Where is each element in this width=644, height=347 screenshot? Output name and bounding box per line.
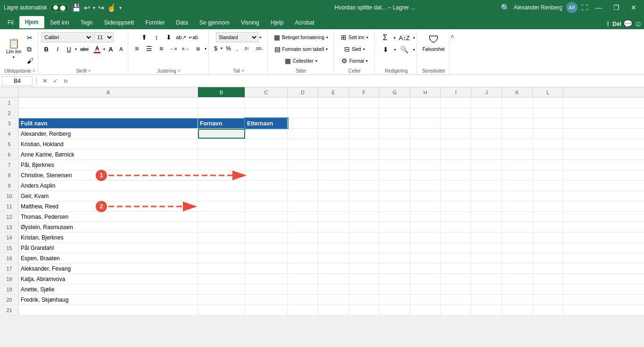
- cell-f20[interactable]: [349, 295, 380, 305]
- cell-d14[interactable]: [288, 232, 318, 242]
- cell-b20[interactable]: [198, 295, 245, 305]
- cell-i20[interactable]: [441, 295, 471, 305]
- cell-j17[interactable]: [471, 264, 502, 273]
- row-num-1[interactable]: 1: [0, 98, 19, 107]
- row-num-3[interactable]: 3: [0, 118, 19, 128]
- cell-c18[interactable]: [245, 274, 288, 284]
- cell-d8[interactable]: [288, 170, 318, 180]
- cell-f17[interactable]: [349, 264, 380, 273]
- font-color-dropdown[interactable]: ▾: [103, 47, 105, 51]
- cell-a13[interactable]: Øystein, Rasmussen: [19, 222, 198, 232]
- autosave-toggle[interactable]: ⬤: [50, 4, 69, 12]
- tab-hjem[interactable]: Hjem: [19, 16, 44, 29]
- cell-e21[interactable]: [318, 305, 349, 315]
- cell-l19[interactable]: [533, 284, 563, 294]
- col-header-c[interactable]: C: [245, 87, 288, 97]
- cell-l11[interactable]: [533, 201, 563, 211]
- format-as-table-button[interactable]: ▤ Formater som tabell ▾: [271, 44, 331, 54]
- formula-input[interactable]: [73, 76, 642, 86]
- cell-c9[interactable]: [245, 181, 288, 190]
- cell-b19[interactable]: [198, 284, 245, 294]
- cell-b4[interactable]: [198, 129, 245, 139]
- fullscreen-icon[interactable]: ⛶: [581, 4, 588, 11]
- cell-j8[interactable]: [471, 170, 502, 180]
- cell-i8[interactable]: [441, 170, 471, 180]
- row-num-21[interactable]: 21: [0, 305, 19, 315]
- cell-e14[interactable]: [318, 232, 349, 242]
- cell-i11[interactable]: [441, 201, 471, 211]
- fill-dropdown[interactable]: ▾: [394, 44, 396, 55]
- cell-b1[interactable]: [198, 98, 245, 107]
- cell-l21[interactable]: [533, 305, 563, 315]
- cell-b6[interactable]: [198, 149, 245, 159]
- cell-c4[interactable]: [245, 129, 288, 139]
- cell-f18[interactable]: [349, 274, 380, 284]
- cell-a1[interactable]: [19, 98, 198, 107]
- search-icon[interactable]: 🔍: [501, 3, 510, 12]
- cell-j19[interactable]: [471, 284, 502, 294]
- italic-button[interactable]: I: [52, 44, 63, 54]
- cell-k1[interactable]: [502, 98, 533, 107]
- cell-b13[interactable]: [198, 222, 245, 232]
- cell-d12[interactable]: [288, 212, 318, 222]
- tab-fil[interactable]: Fil: [2, 16, 19, 29]
- cell-d6[interactable]: [288, 149, 318, 159]
- tab-se-gjennom[interactable]: Se gjennom: [194, 16, 235, 29]
- align-middle-button[interactable]: ↕: [151, 32, 162, 42]
- table-dropdown[interactable]: ▾: [326, 47, 328, 51]
- cell-h19[interactable]: [410, 284, 441, 294]
- col-header-l[interactable]: L: [533, 87, 563, 97]
- delete-dropdown[interactable]: ▾: [363, 47, 365, 51]
- cell-a12[interactable]: Thomas, Pedersen: [19, 212, 198, 222]
- cell-k13[interactable]: [502, 222, 533, 232]
- cell-d16[interactable]: [288, 253, 318, 263]
- formula-fn-button[interactable]: fx: [61, 76, 71, 86]
- align-expand-icon[interactable]: ↗: [177, 69, 181, 73]
- cell-l15[interactable]: [533, 243, 563, 253]
- cell-f5[interactable]: [349, 139, 380, 149]
- cell-j2[interactable]: [471, 108, 502, 118]
- cell-d13[interactable]: [288, 222, 318, 232]
- cell-a9[interactable]: Anders Asplin: [19, 181, 198, 190]
- cell-l14[interactable]: [533, 232, 563, 242]
- cell-b9[interactable]: [198, 181, 245, 190]
- sort-dropdown[interactable]: ▾: [413, 32, 415, 43]
- format-painter-button[interactable]: 🖌: [25, 56, 36, 66]
- row-num-14[interactable]: 14: [0, 232, 19, 242]
- cell-i3[interactable]: [441, 118, 471, 128]
- cell-k12[interactable]: [502, 212, 533, 222]
- row-num-5[interactable]: 5: [0, 139, 19, 149]
- cell-d11[interactable]: [288, 201, 318, 211]
- cell-e5[interactable]: [318, 139, 349, 149]
- cell-h20[interactable]: [410, 295, 441, 305]
- dec-dec-button[interactable]: .00↓: [253, 45, 265, 52]
- cell-j7[interactable]: [471, 160, 502, 170]
- row-num-6[interactable]: 6: [0, 149, 19, 159]
- cell-e6[interactable]: [318, 149, 349, 159]
- cell-k7[interactable]: [502, 160, 533, 170]
- cell-g6[interactable]: [380, 149, 410, 159]
- paste-dropdown[interactable]: ▾: [13, 55, 15, 59]
- row-num-12[interactable]: 12: [0, 212, 19, 222]
- row-num-16[interactable]: 16: [0, 253, 19, 263]
- cell-d3[interactable]: [288, 118, 318, 128]
- formula-cancel-button[interactable]: ✕: [41, 76, 50, 86]
- cell-b17[interactable]: [198, 264, 245, 273]
- cell-l2[interactable]: [533, 108, 563, 118]
- cell-d20[interactable]: [288, 295, 318, 305]
- cell-c10[interactable]: [245, 191, 288, 201]
- cell-k11[interactable]: [502, 201, 533, 211]
- clipboard-expand-icon[interactable]: ↗: [32, 69, 35, 73]
- cell-e20[interactable]: [318, 295, 349, 305]
- copy-button[interactable]: ⧉: [25, 44, 36, 55]
- col-header-f[interactable]: F: [349, 87, 380, 97]
- row-num-7[interactable]: 7: [0, 160, 19, 170]
- cell-l17[interactable]: [533, 264, 563, 273]
- tab-data[interactable]: Data: [170, 16, 193, 29]
- cell-k6[interactable]: [502, 149, 533, 159]
- share-button[interactable]: ⇧ Del 💬 ☺: [605, 19, 642, 29]
- cell-c12[interactable]: [245, 212, 288, 222]
- cellstyle-dropdown[interactable]: ▾: [315, 59, 317, 63]
- row-num-13[interactable]: 13: [0, 222, 19, 232]
- cell-g11[interactable]: [380, 201, 410, 211]
